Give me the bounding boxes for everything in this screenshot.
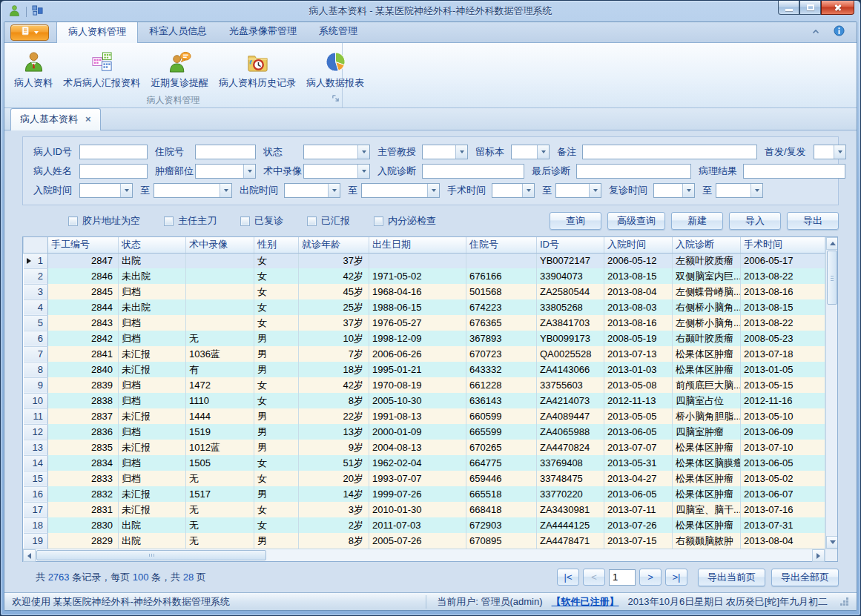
grid-cell[interactable]: 2013-01-05 (741, 362, 825, 377)
vertical-scrollbar[interactable] (825, 237, 837, 549)
grid-cell[interactable]: 未出院 (119, 268, 186, 284)
grid-cell[interactable]: 3岁 (299, 502, 369, 517)
revisit-date-to-combo[interactable] (716, 183, 763, 198)
grid-cell[interactable]: 2012-11-16 (741, 393, 825, 408)
grid-cell[interactable]: 松果体区肿瘤 (673, 346, 741, 362)
column-header-11[interactable]: 手术时间 (741, 237, 825, 253)
new-button[interactable]: 新建 (671, 212, 723, 230)
grid-cell[interactable]: 男 (254, 486, 299, 502)
grid-cell[interactable]: 2839 (48, 377, 119, 393)
next-page-button[interactable]: > (639, 569, 662, 586)
grid-cell[interactable]: ZA4444125 (537, 517, 604, 533)
grid-cell[interactable]: 1472 (186, 377, 254, 393)
grid-cell[interactable]: 2843 (48, 315, 119, 331)
grid-row[interactable]: 182830出院无女2岁2011-07-03672903ZA4444125201… (24, 517, 825, 533)
grid-row[interactable]: 162832未汇报1517男14岁1999-07-266655183377022… (24, 486, 825, 502)
checkbox-chief-surgeon[interactable]: 主任主刀 (164, 214, 217, 228)
discharge-date-from-combo-arrow[interactable] (328, 184, 340, 197)
grid-cell[interactable]: 2013-05-15 (741, 377, 825, 393)
grid-cell[interactable]: 四脑室、脑干... (673, 502, 741, 517)
grid-cell[interactable]: 1444 (186, 408, 254, 424)
grid-cell[interactable]: 无 (186, 331, 254, 346)
grid-cell[interactable]: 2841 (48, 346, 119, 362)
grid-cell[interactable]: 2013-08-16 (741, 284, 825, 299)
export-all-pages-button[interactable]: 导出全部页 (771, 569, 839, 586)
grid-cell[interactable]: 1998-12-09 (369, 331, 466, 346)
grid-cell[interactable]: 670265 (466, 440, 537, 455)
grid-cell[interactable]: 女 (254, 393, 299, 408)
grid-cell[interactable]: 37岁 (299, 253, 369, 268)
grid-cell[interactable]: 636143 (466, 393, 537, 408)
admission-date-to-combo[interactable] (154, 183, 232, 198)
grid-cell[interactable]: 女 (254, 299, 299, 315)
checkbox-revisited[interactable]: 已复诊 (240, 214, 283, 228)
vertical-scroll-thumb[interactable] (827, 251, 837, 305)
grid-cell[interactable]: 2013-07-16 (741, 502, 825, 517)
admission-date-from-combo[interactable] (79, 183, 133, 198)
application-menu-button[interactable] (10, 24, 49, 41)
info-icon[interactable] (834, 25, 845, 39)
grid-cell[interactable]: 664775 (466, 455, 537, 471)
grid-cell[interactable]: 2847 (48, 253, 119, 268)
grid-row[interactable]: 92839归档1472女42岁1970-08-19661228337556032… (24, 377, 825, 393)
grid-cell[interactable]: 1110 (186, 393, 254, 408)
checkbox-film-address-empty[interactable]: 胶片地址为空 (68, 214, 140, 228)
grid-cell[interactable]: 前颅底巨大脑... (673, 377, 741, 393)
grid-cell[interactable]: 1976-05-27 (369, 315, 466, 331)
grid-row[interactable]: 192829出院无男8岁2005-07-26670895ZA4478471201… (24, 533, 825, 549)
scroll-right-button[interactable] (812, 549, 825, 562)
grid-cell[interactable]: 2013-07-26 (604, 517, 673, 533)
grid-cell[interactable]: 无 (186, 517, 254, 533)
grid-cell[interactable]: 1970-08-19 (369, 377, 466, 393)
grid-row[interactable]: 82840未汇报有男18岁1995-01-21643332ZA414306620… (24, 362, 825, 377)
revisit-date-to-combo-arrow[interactable] (751, 184, 762, 197)
column-header-5[interactable]: 就诊年龄 (299, 237, 369, 253)
grid-cell[interactable]: 归档 (119, 424, 186, 440)
first-or-relapse-combo[interactable] (814, 145, 846, 159)
row-header[interactable]: 7 (24, 346, 48, 362)
grid-cell[interactable]: 2013-07-11 (604, 502, 673, 517)
grid-cell[interactable]: 有 (186, 362, 254, 377)
checkbox-reported[interactable]: 已汇报 (307, 214, 350, 228)
grid-cell[interactable]: 2013-06-09 (741, 424, 825, 440)
grid-cell[interactable]: 未汇报 (119, 502, 186, 517)
chief-professor-combo-arrow[interactable] (455, 145, 467, 159)
grid-cell[interactable]: 2837 (48, 408, 119, 424)
inpatient-no-input[interactable] (195, 145, 256, 159)
layout-icon[interactable] (32, 5, 43, 19)
grid-cell[interactable]: ZA4470824 (537, 440, 604, 455)
row-header[interactable]: 1 (24, 253, 48, 268)
checkbox-endocrine-exam[interactable]: 内分泌检查 (374, 214, 436, 228)
grid-cell[interactable]: 左额叶胶质瘤 (673, 253, 741, 268)
grid-cell[interactable]: 45岁 (299, 284, 369, 299)
grid-cell[interactable]: 出院 (119, 253, 186, 268)
recent-revisit-reminder-button[interactable]: 近期复诊提醒 (145, 47, 214, 91)
grid-cell[interactable]: 2013-07-18 (741, 346, 825, 362)
grid-cell[interactable]: 松果体区肿瘤 (673, 362, 741, 377)
grid-cell[interactable]: 四脑室肿瘤 (673, 424, 741, 440)
grid-cell[interactable]: 归档 (119, 284, 186, 299)
surgery-video-combo-arrow[interactable] (357, 165, 369, 178)
import-button[interactable]: 导入 (729, 212, 781, 230)
grid-cell[interactable]: 2013-06-05 (741, 455, 825, 471)
grid-cell[interactable]: 2013-05-05 (604, 408, 673, 424)
grid-cell[interactable]: 2833 (48, 471, 119, 486)
grid-cell[interactable]: 女 (254, 268, 299, 284)
grid-row[interactable]: 42844未出院女25岁1988-06-15674223338052682013… (24, 299, 825, 315)
grid-cell[interactable]: 8岁 (299, 533, 369, 549)
final-diagnosis-input[interactable] (576, 164, 691, 179)
grid-cell[interactable]: 9岁 (299, 440, 369, 455)
admission-diagnosis-input[interactable] (422, 164, 524, 179)
ribbon-tab-system-management[interactable]: 系统管理 (308, 21, 369, 42)
grid-cell[interactable]: 双侧脑室内巨... (673, 268, 741, 284)
horizontal-scroll-track[interactable] (266, 549, 812, 561)
grid-cell[interactable] (186, 315, 254, 331)
grid-cell[interactable]: 1999-07-26 (369, 486, 466, 502)
column-header-3[interactable]: 术中录像 (186, 237, 254, 253)
grid-cell[interactable]: 男 (254, 533, 299, 549)
grid-cell[interactable] (369, 253, 466, 268)
grid-cell[interactable]: 男 (254, 440, 299, 455)
grid-cell[interactable]: 13岁 (299, 424, 369, 440)
patient-data-report-button[interactable]: 病人数据报表 (301, 47, 369, 91)
grid-cell[interactable]: 女 (254, 455, 299, 471)
